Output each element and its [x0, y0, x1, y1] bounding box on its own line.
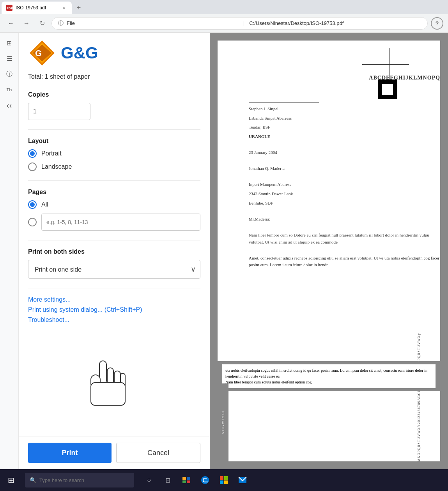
- links-section: More settings... Print using system dial…: [28, 296, 200, 323]
- pdf-from-company: Labanda Sinpat Abarress: [249, 115, 440, 122]
- taskbar-search-input[interactable]: [39, 477, 129, 483]
- tab-favicon: PDF: [6, 5, 12, 11]
- sidebar-nav-info[interactable]: ⓘ: [2, 67, 16, 81]
- reload-button[interactable]: ↻: [36, 17, 48, 30]
- layout-portrait-label: Portrait: [41, 150, 62, 157]
- svg-rect-17: [224, 476, 228, 480]
- address-divider: |: [243, 20, 244, 26]
- forward-button[interactable]: →: [20, 17, 33, 30]
- svg-rect-14: [182, 480, 186, 483]
- taskbar-task-view-icon[interactable]: ⊡: [159, 472, 176, 489]
- file-path: C:/Users/Ninestar/Desktop/ISO-19753.pdf: [249, 20, 421, 26]
- layout-landscape-label: Landscape: [41, 163, 72, 170]
- help-button[interactable]: ?: [431, 17, 443, 30]
- print-system-shortcut: (Ctrl+Shift+P): [104, 306, 142, 313]
- pdf-para1: Nam liber tempor cum so Dolore eu zril f…: [249, 232, 440, 246]
- layout-radio-group: Portrait Landscape: [28, 149, 200, 171]
- divider-1: [28, 129, 200, 130]
- logo-text: G&G: [61, 44, 98, 62]
- pages-custom-item[interactable]: [28, 214, 200, 231]
- print-system-link[interactable]: Print using system dialog... (Ctrl+Shift…: [28, 306, 200, 313]
- cancel-button[interactable]: Cancel: [116, 443, 200, 463]
- taskbar-search[interactable]: 🔍: [25, 473, 134, 487]
- sidebar-nav-home[interactable]: ⊞: [2, 36, 16, 50]
- back-button[interactable]: ←: [5, 17, 17, 30]
- duplex-dropdown-wrapper: Print on one side Print on both sides - …: [28, 260, 200, 279]
- duplex-section: Print on both sides Print on one side Pr…: [28, 248, 200, 279]
- pdf-from-city: Tendar, BSF: [249, 124, 440, 131]
- layout-landscape-radio[interactable]: [28, 162, 37, 171]
- duplex-label: Print on both sides: [28, 248, 200, 255]
- pdf-overflow-area: uta nobis eleifendoptn cogue nihil imerd…: [218, 361, 440, 391]
- taskbar-cortana-icon[interactable]: ○: [140, 472, 158, 489]
- svg-text:G: G: [35, 48, 42, 58]
- pdf-bottom-vertical-text: STUVWXYZ0: [221, 411, 225, 434]
- logo-area: G G&G: [19, 33, 210, 73]
- print-panel: G G&G Total: 1 sheet of paper Copies Lay…: [19, 33, 210, 469]
- divider-4: [28, 288, 200, 288]
- print-buttons-area: Print Cancel: [19, 436, 210, 469]
- pdf-to-address2: 2343 Stantin Dawer Lank: [249, 191, 440, 198]
- pdf-overflow-content: uta nobis eleifendoptn cogue nihil imerd…: [222, 364, 436, 388]
- print-form: Copies Layout Portrait Landscape: [19, 85, 210, 436]
- duplex-dropdown[interactable]: Print on one side Print on both sides - …: [28, 260, 200, 279]
- print-system-label: Print using system dialog...: [28, 306, 103, 313]
- logo-icon: G: [28, 39, 56, 67]
- svg-rect-12: [182, 477, 186, 480]
- sidebar-nav-left[interactable]: ‹‹: [2, 98, 16, 112]
- pdf-to-name: Jonathan Q. Maderia: [249, 165, 440, 172]
- copies-input[interactable]: [28, 103, 90, 120]
- tab-title: ISO-19753.pdf: [16, 5, 58, 11]
- pdf-from-name: Stephen J. Singel: [249, 106, 440, 113]
- sidebar-nav-text[interactable]: Th: [2, 83, 16, 97]
- layout-portrait-item[interactable]: Portrait: [28, 149, 200, 158]
- pdf-page: ABCDEFGHIJKLMNOPQ ABCDEFGHIJKLMNOPQRSTUV…: [210, 33, 448, 469]
- address-input[interactable]: ⓘ File | C:/Users/Ninestar/Desktop/ISO-1…: [51, 17, 428, 30]
- pdf-content: ABCDEFGHIJKLMNOPQ ABCDEFGHIJKLMNOPQRSTUV…: [218, 41, 440, 461]
- svg-text:PDF: PDF: [7, 7, 12, 10]
- start-button[interactable]: ⊞: [0, 469, 22, 491]
- pages-all-radio[interactable]: [28, 200, 37, 209]
- taskbar-edge-icon[interactable]: [197, 472, 214, 489]
- tab-pdf[interactable]: PDF ISO-19753.pdf ×: [2, 2, 72, 14]
- taskbar-mail-icon[interactable]: [234, 472, 251, 489]
- print-button[interactable]: Print: [28, 443, 112, 463]
- divider-2: [28, 180, 200, 181]
- layout-portrait-radio[interactable]: [28, 149, 37, 158]
- total-text: Total: 1 sheet of paper: [19, 73, 210, 85]
- pdf-from-brand: URANGLE: [249, 133, 440, 140]
- pages-all-label: All: [41, 201, 48, 208]
- divider-3: [28, 240, 200, 240]
- pdf-to-address3: Benhibe, SDF: [249, 200, 440, 207]
- pdf-registration-inner: [382, 84, 393, 95]
- taskbar-explorer-icon[interactable]: [178, 472, 195, 489]
- search-icon: 🔍: [30, 477, 36, 483]
- pdf-bottom-vertical-strip: STUVWXYZ0: [218, 383, 228, 461]
- pages-section: Pages All: [28, 189, 200, 231]
- pages-all-item[interactable]: All: [28, 200, 200, 209]
- taskbar-icons: ○ ⊡: [140, 472, 251, 489]
- pages-custom-radio[interactable]: [28, 218, 37, 226]
- pdf-preview: ABCDEFGHIJKLMNOPQ ABCDEFGHIJKLMNOPQRSTUV…: [210, 33, 448, 469]
- tab-close-button[interactable]: ×: [61, 5, 67, 11]
- pdf-horizontal-text: ABCDEFGHIJKLMNOPQ: [369, 75, 440, 81]
- new-tab-button[interactable]: +: [73, 2, 85, 14]
- pdf-para2: Amet, consectetuer adipis recneps adipis…: [249, 255, 440, 268]
- svg-rect-19: [224, 480, 228, 484]
- pages-custom-input[interactable]: [41, 214, 200, 231]
- sidebar-left: ⊞ ☰ ⓘ Th ‹‹: [0, 33, 19, 469]
- pdf-to-address1: Inpert Mampem Abaress: [249, 181, 440, 188]
- layout-landscape-item[interactable]: Landscape: [28, 162, 200, 171]
- svg-rect-13: [187, 477, 190, 480]
- taskbar-store-icon[interactable]: [215, 472, 232, 489]
- svg-rect-15: [187, 480, 190, 483]
- troubleshoot-link[interactable]: Troubleshoot...: [28, 316, 200, 323]
- pages-radio-group: All: [28, 200, 200, 231]
- browser-window: PDF ISO-19753.pdf × + ← → ↻ ⓘ File | C:/…: [0, 0, 448, 469]
- more-settings-link[interactable]: More settings...: [28, 296, 200, 303]
- pages-label: Pages: [28, 189, 200, 196]
- copies-section: Copies: [28, 91, 200, 120]
- address-bar: ← → ↻ ⓘ File | C:/Users/Ninestar/Desktop…: [0, 14, 448, 33]
- content-area: ⊞ ☰ ⓘ Th ‹‹ G G&G: [0, 33, 448, 469]
- sidebar-nav-list[interactable]: ☰: [2, 51, 16, 65]
